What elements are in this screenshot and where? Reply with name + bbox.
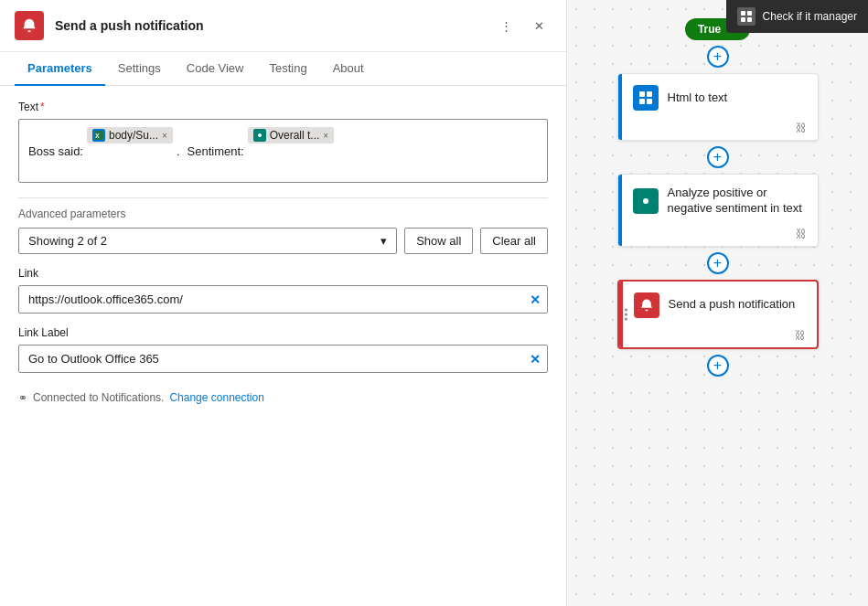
link-label-clear-button[interactable]: ✕ [530,352,541,367]
tabs-bar: Parameters Settings Code View Testing Ab… [0,52,566,86]
panel-header: Send a push notification ⋮ ✕ [0,0,566,52]
card-bar-red [619,282,623,347]
svg-rect-5 [747,11,752,16]
link-label-field-label: Link Label [18,326,548,339]
flow-card-sentiment[interactable]: Analyze positive or negative sentiment i… [617,174,819,247]
required-indicator: * [40,101,45,113]
cognitive-token-icon [253,129,266,142]
link-label-input-wrapper: ✕ [18,345,548,373]
chevron-down-icon: ▾ [380,234,387,248]
card-footer-push: ⛓ [619,325,817,347]
svg-rect-7 [747,17,752,22]
boss-said-text: Boss said: [28,144,83,158]
bell-icon [21,17,38,34]
token-body-subject[interactable]: X body/Su... × [87,127,173,144]
text-field-box[interactable]: Boss said: X body/Su... × . Sentiment: [18,119,548,183]
svg-point-13 [643,198,648,204]
link-label-input[interactable] [18,345,548,373]
svg-rect-9 [647,91,652,97]
advanced-showing-text: Showing 2 of 2 [28,234,107,248]
link-field-label: Link [18,267,548,280]
change-connection-link[interactable]: Change connection [169,391,263,404]
connection-icon: ⚭ [18,391,27,404]
card-footer-html-to-text: ⛓ [618,118,818,140]
advanced-parameters-section: Advanced parameters Showing 2 of 2 ▾ Sho… [18,207,548,254]
card-icon-html-to-text [633,85,659,111]
advanced-dropdown[interactable]: Showing 2 of 2 ▾ [18,228,397,254]
advanced-row: Showing 2 of 2 ▾ Show all Clear all [18,228,548,254]
tab-settings[interactable]: Settings [105,52,174,86]
token-overall-sentiment[interactable]: Overall t... × [248,127,335,144]
card-bar-teal [618,175,622,246]
svg-rect-10 [639,99,645,104]
link-input-wrapper: ✕ [18,285,548,314]
svg-rect-11 [647,99,652,104]
tab-about[interactable]: About [320,52,377,86]
tab-testing[interactable]: Testing [256,52,319,86]
card-footer-sentiment: ⛓ [618,224,818,246]
excel-token-icon: X [92,129,105,142]
token-overall-text: Overall t... [270,129,320,142]
connection-prefix: Connected to Notifications. [33,391,164,404]
divider-1 [18,197,548,198]
link-input[interactable] [18,285,548,314]
drag-dots [625,308,627,320]
link-form-field: Link ✕ [18,267,548,314]
tooltip-text: Check if it manager [763,10,857,23]
sentiment-card-title: Analyze positive or negative sentiment i… [668,186,807,217]
card-icon-push [634,292,659,318]
push-card-title: Send a push notification [669,297,796,313]
svg-point-3 [258,133,262,137]
more-options-button[interactable]: ⋮ [493,13,519,38]
tab-parameters[interactable]: Parameters [15,52,105,86]
card-body-html-to-text: Html to text [618,74,818,118]
html-to-text-title: Html to text [668,90,728,106]
flow-canvas: Check if it manager True ▲ + [567,0,868,606]
panel-content: Text * Boss said: X body/Su... × . [0,86,566,606]
card-icon-sentiment [633,188,659,214]
text-field-label: Text * [18,101,548,113]
link-icon-html-to-text: ⛓ [796,122,807,134]
token-overall-close[interactable]: × [323,131,328,141]
svg-rect-6 [741,17,745,22]
link-icon-sentiment: ⛓ [796,228,807,240]
show-all-button[interactable]: Show all [404,228,473,254]
link-clear-button[interactable]: ✕ [530,292,541,307]
token-body-close[interactable]: × [162,131,167,141]
advanced-label: Advanced parameters [18,207,548,220]
true-label: True [698,23,721,36]
clear-all-button[interactable]: Clear all [480,228,548,254]
add-step-button-4[interactable]: + [707,355,729,377]
connection-row: ⚭ Connected to Notifications. Change con… [18,391,548,404]
sentiment-text: Sentiment: [188,144,244,158]
separator-dot: . [177,144,180,158]
add-step-button-2[interactable]: + [707,146,729,168]
flow-card-html-to-text[interactable]: Html to text ⛓ [617,73,819,141]
app-icon [15,11,44,40]
card-bar-blue [618,74,622,140]
flow-container: True ▲ + Html to text ⛓ [599,18,837,382]
tooltip-icon [737,7,755,26]
tab-code-view[interactable]: Code View [174,52,257,86]
svg-text:X: X [95,133,100,139]
token-body-text: body/Su... [109,129,158,142]
left-panel: Send a push notification ⋮ ✕ Parameters … [0,0,567,606]
check-manager-tooltip: Check if it manager [726,0,868,33]
flow-card-push-notification[interactable]: Send a push notification ⛓ [617,280,819,349]
text-form-field: Text * Boss said: X body/Su... × . [18,101,548,183]
card-body-sentiment: Analyze positive or negative sentiment i… [618,175,818,224]
link-label-form-field: Link Label ✕ [18,326,548,373]
panel-title: Send a push notification [55,18,482,33]
card-body-push: Send a push notification [619,282,817,325]
svg-rect-8 [639,91,645,97]
svg-rect-4 [741,11,745,16]
add-step-button-1[interactable]: + [707,46,729,68]
header-actions: ⋮ ✕ [493,13,552,38]
close-panel-button[interactable]: ✕ [526,13,552,38]
add-step-button-3[interactable]: + [707,252,729,274]
link-icon-push: ⛓ [795,329,806,342]
